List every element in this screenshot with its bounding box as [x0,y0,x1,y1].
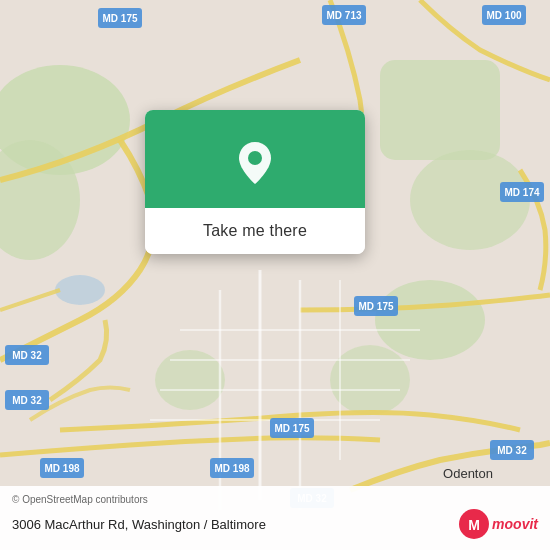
svg-text:MD 32: MD 32 [12,395,42,406]
location-pin-icon [231,138,279,186]
svg-text:MD 175: MD 175 [358,301,393,312]
svg-text:MD 174: MD 174 [504,187,539,198]
svg-rect-3 [380,60,500,160]
svg-point-45 [248,151,262,165]
bottom-bar: © OpenStreetMap contributors 3006 MacArt… [0,486,550,550]
address-row: 3006 MacArthur Rd, Washington / Baltimor… [12,508,538,540]
copyright-text: © OpenStreetMap contributors [12,494,538,505]
svg-text:MD 32: MD 32 [12,350,42,361]
svg-text:Odenton: Odenton [443,466,493,481]
popup-header [145,110,365,208]
svg-text:MD 198: MD 198 [214,463,249,474]
address-text: 3006 MacArthur Rd, Washington / Baltimor… [12,517,266,532]
svg-text:MD 198: MD 198 [44,463,79,474]
svg-text:MD 32: MD 32 [497,445,527,456]
take-me-there-button[interactable]: Take me there [145,208,365,254]
moovit-icon: M [458,508,490,540]
moovit-logo: M moovit [458,508,538,540]
svg-point-8 [55,275,105,305]
svg-text:M: M [468,517,480,533]
svg-point-5 [375,280,485,360]
svg-text:MD 100: MD 100 [486,10,521,21]
map-background: MD 175 MD 713 MD 100 MD 174 MD 32 MD 32 … [0,0,550,550]
svg-text:MD 175: MD 175 [274,423,309,434]
svg-point-6 [330,345,410,415]
svg-text:MD 713: MD 713 [326,10,361,21]
svg-text:MD 175: MD 175 [102,13,137,24]
popup-card: Take me there [145,110,365,254]
map-container: MD 175 MD 713 MD 100 MD 174 MD 32 MD 32 … [0,0,550,550]
moovit-label: moovit [492,516,538,532]
